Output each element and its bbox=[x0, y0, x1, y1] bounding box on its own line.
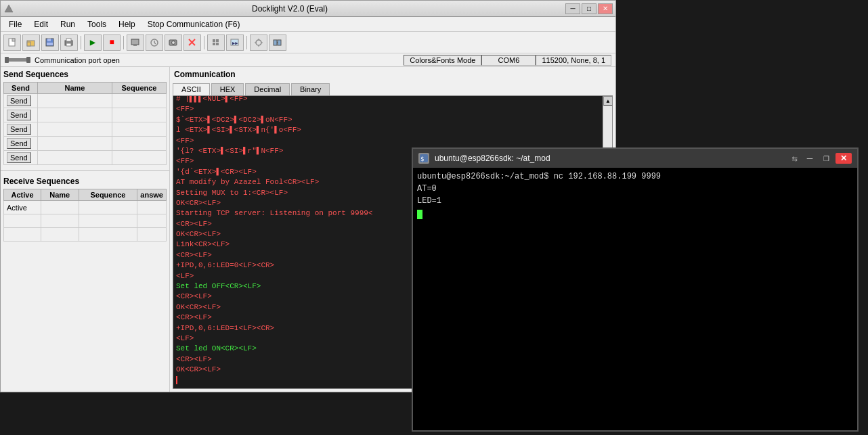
terminal-body[interactable]: ubuntu@esp8266sdk:~/at_mod$ nc 192.168.8… bbox=[413, 168, 857, 430]
maximize-button[interactable]: □ bbox=[582, 3, 596, 14]
comm-status-label: Communication port open bbox=[35, 56, 120, 64]
send-row-1: Send bbox=[4, 94, 167, 108]
recv-active-3 bbox=[4, 228, 41, 242]
recv-seq-1 bbox=[79, 201, 137, 214]
send-row-2: Send bbox=[4, 108, 167, 122]
recv-row-1: Active bbox=[4, 201, 167, 214]
new-button[interactable] bbox=[3, 35, 21, 51]
tab-decimal[interactable]: Decimal bbox=[245, 83, 290, 95]
svg-line-15 bbox=[154, 43, 156, 44]
log-button[interactable] bbox=[146, 35, 163, 51]
left-panel: Send Sequences Send Name Sequence Send bbox=[1, 67, 170, 392]
send-seq-2 bbox=[112, 108, 167, 122]
scroll-up-arrow[interactable]: ▲ bbox=[603, 96, 613, 106]
svg-rect-32 bbox=[278, 40, 281, 45]
svg-marker-0 bbox=[5, 5, 13, 12]
menu-file[interactable]: File bbox=[3, 18, 27, 31]
print-button[interactable] bbox=[60, 35, 78, 51]
svg-rect-10 bbox=[66, 43, 71, 46]
recv-answer-3 bbox=[137, 228, 167, 242]
receive-sequences-section: Receive Sequences Active Name Sequence a… bbox=[1, 174, 169, 244]
svg-rect-35 bbox=[5, 57, 9, 63]
open-button[interactable] bbox=[22, 35, 40, 51]
save-button[interactable] bbox=[41, 35, 59, 51]
svg-rect-9 bbox=[66, 39, 71, 41]
menu-run[interactable]: Run bbox=[55, 18, 81, 31]
active-badge-1: Active bbox=[7, 204, 27, 212]
svg-rect-31 bbox=[274, 40, 277, 45]
port-button[interactable] bbox=[250, 35, 267, 51]
terminal-cursor-line bbox=[417, 207, 853, 219]
send-name-3 bbox=[38, 122, 112, 137]
recv-row-2 bbox=[4, 214, 167, 228]
svg-rect-21 bbox=[216, 39, 219, 42]
close-button[interactable]: ✕ bbox=[598, 3, 613, 14]
menu-stop-comm[interactable]: Stop Communication (F6) bbox=[142, 18, 246, 31]
title-bar-left bbox=[3, 3, 14, 14]
protocol-button[interactable] bbox=[269, 35, 286, 51]
terminal-title: ubuntu@esp8266sdk: ~/at_mod bbox=[435, 154, 550, 163]
tab-hex[interactable]: HEX bbox=[211, 83, 244, 95]
clear-button[interactable] bbox=[183, 35, 201, 51]
menu-tools[interactable]: Tools bbox=[82, 18, 112, 31]
tab-ascii[interactable]: ASCII bbox=[173, 83, 210, 95]
name-col-header: Name bbox=[38, 83, 112, 94]
recv-name-1 bbox=[41, 201, 79, 214]
svg-rect-20 bbox=[213, 39, 215, 42]
start-button[interactable]: ▶ bbox=[84, 35, 102, 51]
panel-divider bbox=[1, 170, 169, 171]
terminal-restore-button[interactable]: ❐ bbox=[819, 153, 833, 164]
svg-rect-6 bbox=[47, 39, 51, 41]
send-seq-3 bbox=[112, 122, 167, 137]
send-btn-5[interactable]: Send bbox=[7, 152, 31, 163]
terminal-minimize-button[interactable]: ─ bbox=[803, 153, 817, 164]
monitor-button[interactable] bbox=[127, 35, 144, 51]
menu-help[interactable]: Help bbox=[113, 18, 141, 31]
send-btn-3[interactable]: Send bbox=[7, 124, 31, 135]
send-seq-1 bbox=[112, 94, 167, 108]
recv-active-2 bbox=[4, 214, 41, 228]
recv-seq-2 bbox=[79, 214, 137, 228]
macro-button[interactable]: ▶▶ bbox=[226, 35, 244, 51]
send-btn-1[interactable]: Send bbox=[7, 95, 31, 106]
settings-button[interactable] bbox=[207, 35, 225, 51]
menu-edit[interactable]: Edit bbox=[28, 18, 53, 31]
terminal-transfer-icon[interactable]: ⇆ bbox=[789, 153, 800, 164]
connection-icon bbox=[5, 55, 30, 65]
seq-col-header: Sequence bbox=[112, 83, 167, 94]
svg-rect-22 bbox=[213, 43, 215, 45]
minimize-button[interactable]: ─ bbox=[565, 3, 580, 14]
recv-seq-col-header: Sequence bbox=[79, 189, 137, 201]
send-name-4 bbox=[38, 137, 112, 151]
terminal-cursor bbox=[417, 210, 422, 219]
log-line: <FF> bbox=[176, 104, 600, 114]
recv-seq-3 bbox=[79, 228, 137, 242]
menu-bar: File Edit Run Tools Help Stop Communicat… bbox=[1, 17, 615, 32]
svg-text:▶▶: ▶▶ bbox=[232, 41, 238, 46]
send-btn-4[interactable]: Send bbox=[7, 138, 31, 149]
log-line: #`|▌▌▌<NUL>▌<FF> bbox=[176, 96, 600, 104]
svg-rect-36 bbox=[26, 57, 30, 63]
snapshot-button[interactable] bbox=[165, 35, 182, 51]
recv-name-2 bbox=[41, 214, 79, 228]
send-sequences-title: Send Sequences bbox=[3, 70, 167, 79]
terminal-line: LED=1 bbox=[417, 195, 853, 207]
send-btn-2[interactable]: Send bbox=[7, 110, 31, 120]
send-seq-5 bbox=[112, 151, 167, 165]
terminal-line: AT=0 bbox=[417, 183, 853, 195]
terminal-controls: ⇆ ─ ❐ ✕ bbox=[789, 153, 852, 164]
terminal-close-button[interactable]: ✕ bbox=[836, 153, 852, 164]
stop-button[interactable]: ■ bbox=[103, 35, 121, 51]
send-seq-4 bbox=[112, 137, 167, 151]
app-icon bbox=[3, 3, 14, 14]
status-right: Colors&Fonts Mode COM6 115200, None, 8, … bbox=[404, 55, 611, 66]
recv-answer-col-header: answe bbox=[137, 189, 167, 201]
send-row-5: Send bbox=[4, 151, 167, 165]
svg-rect-11 bbox=[131, 39, 139, 45]
app-title: Docklight V2.0 (Eval) bbox=[14, 4, 565, 14]
svg-rect-2 bbox=[12, 39, 15, 41]
tab-binary[interactable]: Binary bbox=[291, 83, 330, 95]
toolbar-sep-3 bbox=[204, 36, 204, 49]
send-row-4: Send bbox=[4, 137, 167, 151]
log-line: l <ETX>▌<SI>▌<STX>▌n{'▌o<FF> bbox=[176, 125, 600, 135]
